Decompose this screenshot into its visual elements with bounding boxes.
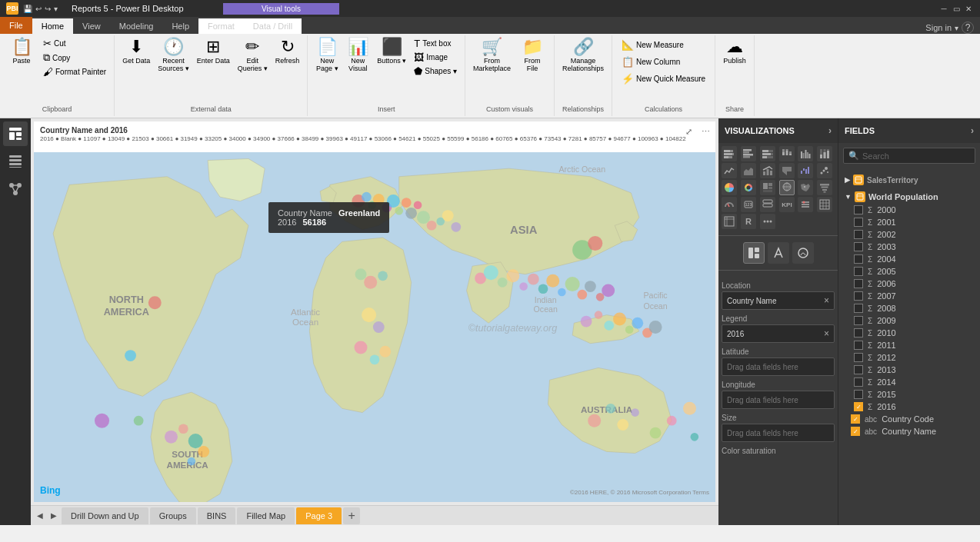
edit-queries-button[interactable]: ✏ EditQueries ▾ [235,37,271,74]
help-icon[interactable]: ? [962,22,974,34]
funnel-chart-icon[interactable] [817,180,832,195]
field-item-2011[interactable]: Σ 2011 [838,339,980,351]
field-item-2015[interactable]: Σ 2015 [838,388,980,401]
ribbon-chart-icon[interactable] [779,163,795,178]
save-icon[interactable]: 💾 [23,5,32,13]
copy-button[interactable]: ⧉ Copy [40,51,109,65]
longitude-drop-zone[interactable]: Drag data fields here [722,391,835,409]
checkbox-2003[interactable] [854,242,863,251]
field-item-2012[interactable]: Σ 2012 [838,351,980,364]
tab-data-drill[interactable]: Data / Drill [244,18,302,34]
tab-file[interactable]: File [0,17,32,34]
line-stacked-icon[interactable] [760,163,775,178]
tab-nav-next[interactable]: ▶ [48,510,60,522]
data-view-icon[interactable] [3,149,28,174]
analytics-action-btn[interactable] [792,242,814,264]
checkbox-2000[interactable] [854,205,863,214]
checkbox-2006[interactable] [854,279,863,288]
checkbox-2014[interactable] [854,377,863,387]
field-item-2003[interactable]: Σ 2003 [838,241,980,253]
field-item-2013[interactable]: Σ 2013 [838,364,980,376]
checkbox-2011[interactable] [854,341,863,350]
manage-relationships-button[interactable]: 🔗 ManageRelationships [559,37,607,74]
viz-panel-chevron[interactable]: › [828,125,832,136]
multirow-card-icon[interactable] [760,197,775,212]
field-item-2004[interactable]: Σ 2004 [838,253,980,265]
tab-help[interactable]: Help [162,18,198,34]
tab-home[interactable]: Home [32,18,73,34]
field-item-2014[interactable]: Σ 2014 [838,376,980,388]
card-icon[interactable]: 123 [741,197,756,212]
field-item-2000[interactable]: Σ 2000 [838,204,980,216]
tab-filled-map[interactable]: Filled Map [237,507,295,524]
field-item-country-name[interactable]: ✓ abc Country Name [838,425,980,437]
new-measure-button[interactable]: 📐 New Measure [617,37,710,53]
model-view-icon[interactable] [3,177,28,201]
legend-remove-btn[interactable]: × [824,328,829,339]
visual-tools-tab[interactable]: Visual tools [223,3,339,15]
field-item-2008[interactable]: Σ 2008 [838,302,980,314]
fields-search-box[interactable]: 🔍 Search [843,148,975,164]
get-data-button[interactable]: ⬇ Get Data [119,37,153,66]
table-icon[interactable] [817,197,832,212]
field-item-2001[interactable]: Σ 2001 [838,216,980,228]
new-visual-button[interactable]: 📊 NewVisual [343,37,372,74]
new-column-button[interactable]: 📋 New Column [617,54,710,70]
100pct-bar-icon[interactable] [760,146,775,161]
fields-panel-chevron[interactable]: › [971,125,974,136]
add-page-btn[interactable]: + [343,507,360,524]
checkbox-2008[interactable] [854,304,863,313]
tab-view[interactable]: View [73,18,110,34]
expand-chart-btn[interactable]: ⤢ [682,125,695,138]
new-quick-measure-button[interactable]: ⚡ New Quick Measure [617,71,710,87]
filled-map-icon[interactable] [798,180,813,195]
scatter-chart-icon[interactable] [817,163,832,178]
waterfall-icon[interactable] [798,163,813,178]
checkbox-country-code[interactable]: ✓ [851,414,860,424]
checkbox-2001[interactable] [854,218,863,227]
shapes-button[interactable]: ⬟ Shapes ▾ [411,65,460,78]
field-item-country-code[interactable]: ✓ abc Country Code [838,413,980,425]
minimize-btn[interactable]: ─ [938,3,949,14]
checkbox-country-name[interactable]: ✓ [851,427,860,436]
redo-icon[interactable]: ↪ [45,5,51,13]
clustered-bar-icon[interactable] [741,146,756,161]
fields-action-btn[interactable] [743,242,765,264]
from-marketplace-button[interactable]: 🛒 FromMarketplace [470,37,514,74]
size-drop-zone[interactable]: Drag data fields here [722,424,835,442]
tab-modeling[interactable]: Modeling [110,18,163,34]
field-item-2005[interactable]: Σ 2005 [838,265,980,278]
treemap-icon[interactable] [760,180,775,195]
image-button[interactable]: 🖼 Image [411,51,460,64]
line-chart-icon[interactable] [722,163,737,178]
matrix-icon[interactable] [722,214,737,229]
stacked-column-icon[interactable] [779,146,795,161]
tab-format[interactable]: Format [198,18,244,34]
kpi-icon[interactable]: KPI [779,197,795,212]
format-painter-button[interactable]: 🖌 Format Painter [40,65,109,78]
field-item-2009[interactable]: Σ 2009 [838,314,980,327]
publish-button[interactable]: ☁ Publish [720,37,749,66]
paste-button[interactable]: 📋 Paste [5,37,38,66]
recent-sources-button[interactable]: 🕐 RecentSources ▾ [155,37,192,74]
checkbox-2007[interactable] [854,291,863,301]
tab-groups[interactable]: Groups [150,507,196,524]
more-visuals-icon[interactable] [760,214,775,229]
checkbox-2012[interactable] [854,353,863,362]
new-page-button[interactable]: 📄 NewPage ▾ [312,37,342,74]
from-file-button[interactable]: 📁 FromFile [515,37,549,74]
map-bubble-icon[interactable] [779,180,795,195]
location-remove-btn[interactable]: × [824,295,829,306]
100pct-column-icon[interactable] [817,146,832,161]
gauge-icon[interactable] [722,197,737,212]
checkbox-2016[interactable]: ✓ [854,402,863,411]
checkbox-2009[interactable] [854,316,863,325]
pie-chart-icon[interactable] [722,180,737,195]
latitude-drop-zone[interactable]: Drag data fields here [722,357,835,376]
field-item-2010[interactable]: Σ 2010 [838,327,980,339]
map-container[interactable]: NORTH AMERICA SOUTH AMERICA ASIA AUSTRAL… [34,152,715,502]
location-drop-zone[interactable]: Country Name × [722,291,835,310]
close-btn[interactable]: ✕ [963,3,974,14]
checkbox-2015[interactable] [854,390,863,399]
field-item-2002[interactable]: Σ 2002 [838,228,980,241]
